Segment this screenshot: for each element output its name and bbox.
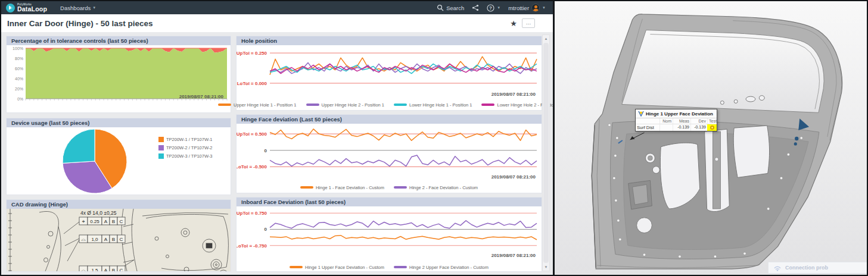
tooltip-col-nom: Nom [659, 118, 673, 124]
tolerance-label: LoTol = 0.000 [237, 81, 267, 86]
hole-position-chart: UpTol = 0.250LoTol = 0.000 [237, 45, 542, 91]
legend-swatch [290, 266, 303, 268]
pie-legend: TP200W-1 / TP107W-1TP200W-2 / TP107W-2TP… [158, 137, 213, 159]
legend-swatch [158, 145, 164, 150]
svg-text:1,5: 1,5 [91, 268, 98, 272]
legend-label: TP200W-2 / TP107W-2 [166, 145, 213, 150]
panel-tolerance-percent: Percentage of in tolerance controls (las… [6, 36, 231, 113]
data-series-line [270, 221, 537, 228]
legend-swatch [394, 104, 407, 106]
door-hole-large [637, 218, 652, 233]
gdt-frame-position: ⌖ 0.25 A B C [79, 217, 125, 225]
svg-text:B: B [112, 219, 115, 224]
door-cutout-right [733, 126, 769, 177]
page-title: Inner Car Door (Hinge) - 50 last pieces [7, 19, 153, 28]
legend-swatch [218, 104, 231, 106]
panel-device-usage: Device usage (last 50 pieces) TP200W-1 /… [6, 118, 231, 195]
panel-title: Percentage of in tolerance controls (las… [7, 36, 231, 45]
chart-date: 2019/08/07 08:21:00 [491, 174, 536, 180]
legend-item: Hinge 1 Upper Face Deviation - Custom [290, 265, 384, 270]
svg-text:C: C [120, 237, 123, 242]
top-navigation-bar: PolyWorks DataLoop Dashboards ▼ Search [1, 1, 553, 14]
svg-text:A: A [104, 268, 108, 272]
panel-title: Hinge Face deviation (Last 50 pieces) [237, 115, 542, 124]
svg-text:1,0: 1,0 [91, 237, 98, 242]
legend-label: Hinge 1 Upper Face Deviation - Custom [305, 265, 384, 270]
dashboard-title-bar: Inner Car Door (Hinge) - 50 last pieces … [1, 14, 553, 32]
chart-date: 2019/08/07 08:21:00 [179, 94, 223, 99]
tolerance-label: 0 [265, 227, 267, 232]
legend-item: TP200W-1 / TP107W-1 [158, 137, 213, 142]
tooltip-dev-value: -0.139 [690, 124, 707, 131]
warning-dot-icon [710, 126, 714, 130]
y-axis-tick: 20% [15, 87, 23, 91]
chevron-down-icon: ▼ [92, 6, 96, 10]
panel-title: Device usage (last 50 pieces) [7, 118, 231, 127]
legend-swatch [158, 137, 164, 142]
username-label: mtrottier [508, 5, 529, 11]
legend-label: Hinge 2 - Face Deviation - Custom [409, 185, 478, 190]
dashboard-options-button[interactable]: … [522, 18, 535, 28]
legend-label: Upper Hinge Hole 1 - Position 1 [234, 102, 296, 108]
connection-toast: Connection prob [768, 262, 868, 274]
search-icon [437, 4, 444, 11]
panel-title: Inboard Face Deviation (last 50 pieces) [237, 197, 542, 206]
nav-dashboards[interactable]: Dashboards ▼ [60, 5, 96, 11]
user-menu[interactable]: mtrottier ▼ [508, 4, 546, 12]
car-door-model [555, 1, 868, 275]
help-menu[interactable]: ? ▼ [487, 4, 500, 12]
brand-logo[interactable]: PolyWorks DataLoop [6, 4, 47, 12]
legend-item: Hinge 2 - Face Deviation - Custom [394, 185, 478, 190]
data-series-line [270, 155, 537, 166]
svg-text:0.25: 0.25 [90, 219, 99, 224]
legend-swatch [306, 104, 319, 106]
tooltip-col-meas: Meas [673, 118, 690, 124]
window-opening [622, 30, 824, 113]
help-icon: ? [487, 4, 494, 12]
legend-label: Hinge 2 Upper Face Deviation - Custom [409, 265, 489, 270]
legend-item: TP200W-2 / TP107W-2 [158, 145, 213, 150]
svg-text:?: ? [489, 5, 492, 11]
legend-label: Upper Hinge Hole 2 - Position 1 [322, 102, 384, 108]
data-series-line [270, 236, 537, 240]
legend-swatch [158, 153, 164, 159]
cad-3d-viewer[interactable]: Hinge 1 Upper Face Deviation Nom Meas De… [555, 1, 868, 275]
probe-icon [638, 111, 644, 117]
legend-item: Hinge 2 Upper Face Deviation - Custom [394, 265, 489, 270]
legend-item: Hinge 1 - Face Deviation - Custom [300, 185, 384, 190]
dashboard-grid: Percentage of in tolerance controls (las… [1, 32, 553, 272]
legend-label: TP200W-1 / TP107W-1 [166, 137, 213, 142]
tolerance-label: UpTol = 0.500 [237, 131, 267, 137]
legend-label: Lower Hinge Hole 1 - Position 1 [409, 102, 472, 108]
panel-title: CAD drawing (Hinge) [7, 200, 231, 209]
svg-text:A: A [104, 237, 108, 242]
pie-slice [63, 129, 95, 163]
search-button[interactable]: Search [437, 4, 464, 11]
hinge-face-deviation-chart: UpTol = 0.5000LoTol = -0.500 [237, 124, 542, 174]
scrollbar-thumb[interactable] [543, 43, 549, 263]
tooltip-row-label: Surf Dist [636, 124, 659, 131]
svg-text:C: C [120, 268, 123, 272]
tolerance-label: LoTol = -0.500 [237, 164, 267, 170]
favorite-star-icon[interactable]: ★ [510, 20, 517, 27]
svg-text:A: A [104, 219, 108, 224]
svg-text:⌓: ⌓ [81, 236, 85, 242]
svg-text:B: B [112, 237, 115, 242]
share-button[interactable] [472, 4, 479, 11]
chart-legend: Hinge 1 - Face Deviation - CustomHinge 2… [237, 183, 542, 192]
legend-swatch [481, 104, 494, 106]
dashboard-scrollbar[interactable]: ▲ ▼ [542, 34, 550, 271]
legend-swatch [394, 266, 407, 268]
svg-text:B: B [112, 268, 115, 272]
tolerance-label: UpTol = 0.250 [237, 51, 267, 56]
tooltip-col-dev: Dev [690, 118, 707, 124]
panel-cad-drawing: CAD drawing (Hinge) [6, 199, 231, 272]
panel-inboard-face-deviation: Inboard Face Deviation (last 50 pieces) … [236, 197, 542, 272]
scroll-down-arrow[interactable]: ▼ [543, 264, 549, 271]
measurement-tooltip: Hinge 1 Upper Face Deviation Nom Meas De… [635, 109, 717, 131]
scroll-up-arrow[interactable]: ▲ [543, 35, 549, 42]
gdt-frame-profile-2: ⌓ 1,5 A B C [79, 266, 125, 271]
dataloop-logo-icon [6, 4, 15, 12]
gdt-frame-profile-1: ⌓ 1,0 A B C [79, 235, 125, 243]
y-axis-tick: 100% [13, 46, 23, 51]
